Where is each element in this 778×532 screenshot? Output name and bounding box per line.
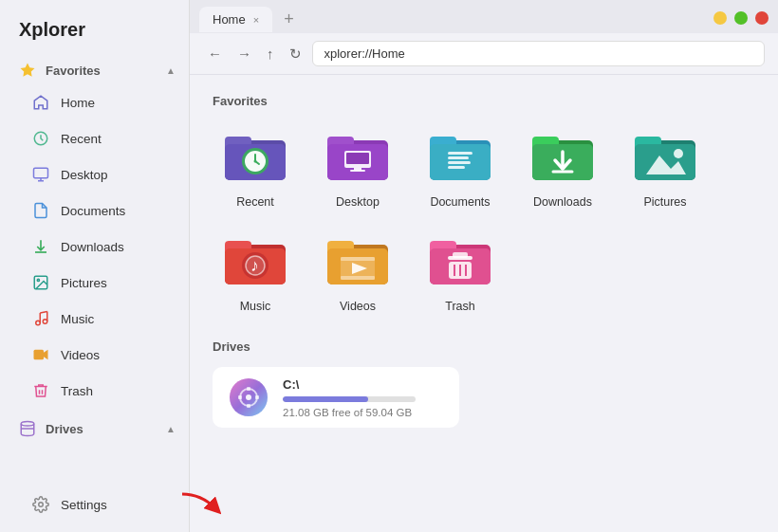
favorites-arrow: ▲ xyxy=(166,65,176,76)
drive-c-name: C:\ xyxy=(283,377,416,392)
svg-rect-78 xyxy=(255,395,259,399)
svg-point-47 xyxy=(674,149,683,158)
folder-trash-label: Trash xyxy=(445,300,475,313)
drive-c-space: 21.08 GB free of 59.04 GB xyxy=(283,407,416,418)
folder-music-icon: ♪ xyxy=(221,226,289,294)
folder-music[interactable]: ♪ Music xyxy=(213,226,298,313)
svg-point-14 xyxy=(21,422,34,427)
folder-documents-label: Documents xyxy=(430,195,490,209)
svg-rect-59 xyxy=(341,257,375,261)
sidebar-item-music[interactable]: Music xyxy=(6,302,183,336)
folder-pictures-icon xyxy=(631,121,699,190)
drives-icon xyxy=(17,418,38,439)
folder-desktop[interactable]: Desktop xyxy=(315,121,400,209)
svg-rect-12 xyxy=(34,350,45,360)
tabbar: Home × + xyxy=(190,0,778,33)
drive-c-bar xyxy=(283,396,416,402)
drives-section-label: Drives xyxy=(213,339,755,354)
folder-pictures[interactable]: Pictures xyxy=(622,121,708,209)
address-bar[interactable] xyxy=(312,41,766,66)
sidebar-item-trash[interactable]: Trash xyxy=(6,374,183,408)
maximize-button[interactable] xyxy=(734,11,748,25)
close-button[interactable] xyxy=(755,11,769,25)
sidebar-item-home[interactable]: Home xyxy=(6,85,183,119)
videos-icon xyxy=(30,344,51,365)
svg-rect-77 xyxy=(238,395,242,399)
drive-c-bar-fill xyxy=(283,396,368,402)
folder-documents-icon xyxy=(426,121,494,190)
folder-pictures-label: Pictures xyxy=(643,195,686,209)
svg-marker-13 xyxy=(44,350,48,360)
drive-c[interactable]: C:\ 21.08 GB free of 59.04 GB xyxy=(213,367,459,428)
svg-rect-60 xyxy=(341,276,375,280)
trash-icon xyxy=(30,380,51,401)
toolbar: ← → ↑ ↻ xyxy=(190,33,778,75)
content-area: Favorites Recent xyxy=(190,75,778,532)
sidebar-section-drives[interactable]: Drives ▲ xyxy=(0,414,189,443)
svg-rect-37 xyxy=(448,166,465,169)
svg-rect-34 xyxy=(448,152,472,155)
minimize-button[interactable] xyxy=(713,11,727,25)
favorites-grid: Recent Desktop xyxy=(213,121,755,313)
svg-text:♪: ♪ xyxy=(250,256,259,275)
svg-point-74 xyxy=(246,394,251,400)
sidebar-item-pictures[interactable]: Pictures xyxy=(6,266,183,300)
svg-marker-0 xyxy=(21,64,35,77)
folder-downloads-icon xyxy=(528,121,597,190)
folder-documents[interactable]: Documents xyxy=(417,121,503,209)
folder-recent[interactable]: Recent xyxy=(213,121,298,209)
folder-desktop-icon xyxy=(324,121,392,190)
svg-rect-30 xyxy=(346,153,369,164)
folder-recent-label: Recent xyxy=(236,195,274,209)
svg-rect-35 xyxy=(448,156,469,159)
settings-icon xyxy=(30,494,51,515)
pictures-icon xyxy=(30,272,51,293)
folder-trash[interactable]: Trash xyxy=(417,226,503,313)
up-button[interactable]: ↑ xyxy=(262,43,279,64)
new-tab-button[interactable]: + xyxy=(276,6,302,33)
recent-icon xyxy=(30,128,51,149)
home-tab[interactable]: Home × xyxy=(199,7,272,32)
sidebar-item-settings[interactable]: Settings xyxy=(6,487,183,522)
svg-rect-2 xyxy=(34,168,48,178)
sidebar-item-desktop[interactable]: Desktop xyxy=(6,157,183,192)
sidebar-item-documents[interactable]: Documents xyxy=(6,193,183,228)
folder-downloads-label: Downloads xyxy=(533,195,592,209)
svg-rect-66 xyxy=(453,252,468,258)
documents-icon xyxy=(30,200,51,221)
back-button[interactable]: ← xyxy=(203,43,227,64)
svg-point-23 xyxy=(254,160,257,163)
app-title: Xplorer xyxy=(0,9,189,56)
folder-trash-icon xyxy=(426,226,494,294)
svg-rect-76 xyxy=(247,404,250,408)
svg-rect-75 xyxy=(247,387,250,391)
sidebar-section-favorites[interactable]: Favorites ▲ xyxy=(0,56,189,84)
svg-line-11 xyxy=(40,312,47,314)
desktop-icon xyxy=(30,164,51,185)
folder-videos-label: Videos xyxy=(340,300,376,313)
sidebar-item-downloads[interactable]: Downloads xyxy=(6,229,183,264)
tab-label: Home xyxy=(213,12,246,27)
refresh-button[interactable]: ↻ xyxy=(285,43,306,65)
sidebar-item-recent[interactable]: Recent xyxy=(6,121,183,156)
sidebar-item-videos[interactable]: Videos xyxy=(6,338,183,372)
main-panel: Home × + ← → ↑ ↻ Favorites xyxy=(190,0,778,532)
folder-desktop-label: Desktop xyxy=(336,195,380,209)
forward-button[interactable]: → xyxy=(232,43,256,64)
drive-c-info: C:\ 21.08 GB free of 59.04 GB xyxy=(283,377,416,418)
folder-music-label: Music xyxy=(240,300,271,313)
star-icon xyxy=(17,60,38,81)
tab-close-button[interactable]: × xyxy=(253,14,259,26)
settings-arrow xyxy=(177,489,221,518)
folder-recent-icon xyxy=(221,121,289,190)
folder-videos-icon xyxy=(324,226,392,294)
music-icon xyxy=(30,308,51,329)
folder-downloads[interactable]: Downloads xyxy=(520,121,605,209)
svg-rect-29 xyxy=(350,170,365,172)
folder-videos[interactable]: Videos xyxy=(315,226,400,313)
favorites-section-label: Favorites xyxy=(213,94,755,108)
window-controls xyxy=(713,11,769,28)
drives-list: C:\ 21.08 GB free of 59.04 GB xyxy=(213,367,755,428)
svg-rect-36 xyxy=(448,161,471,164)
sidebar: Xplorer Favorites ▲ Home Recent Desktop xyxy=(0,0,190,532)
